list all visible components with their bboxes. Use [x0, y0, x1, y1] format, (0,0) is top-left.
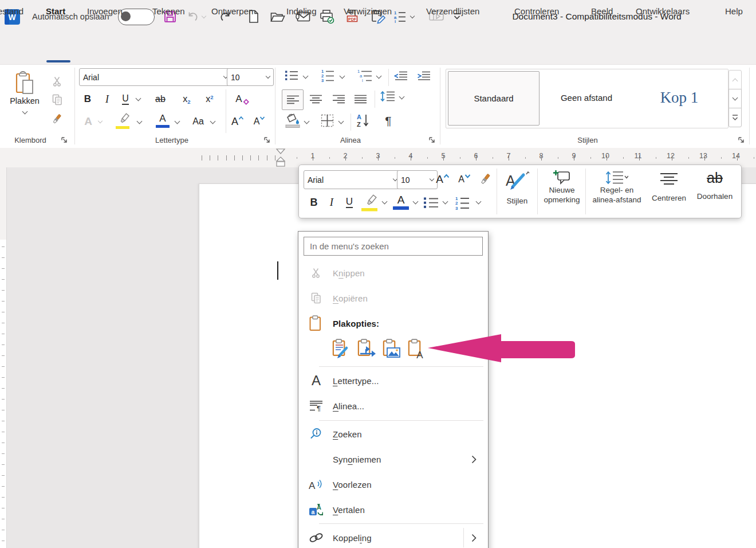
paste-option-keep-source-formatting[interactable] — [332, 338, 352, 361]
menu-item-voorlezen[interactable]: A Voorlezen — [301, 473, 485, 496]
mini-grow-font-button[interactable]: A — [433, 171, 452, 188]
paragraph-inner-separator — [375, 91, 375, 108]
menu-item-koppeling[interactable]: Koppeling — [301, 526, 485, 548]
menu-item-vertalen[interactable]: A a Vertalen — [301, 498, 485, 521]
indent-markers[interactable] — [275, 148, 286, 168]
style-standaard[interactable]: Standaard — [448, 71, 540, 126]
mini-font-color-swatch — [393, 206, 409, 210]
menu-item-synoniemen[interactable]: Synoniemen — [301, 448, 485, 471]
increase-indent-button[interactable] — [417, 71, 431, 80]
mini-italic-button[interactable]: I — [325, 193, 338, 212]
justify-button[interactable] — [351, 89, 370, 109]
numbering-button[interactable]: 123 — [321, 69, 334, 82]
tab-help[interactable]: Help — [725, 0, 743, 22]
annotation-arrow — [392, 330, 578, 365]
mini-line-spacing-button[interactable]: Regel- enalinea-afstand — [588, 167, 646, 216]
borders-button[interactable] — [321, 114, 334, 127]
superscript-button[interactable]: x2 — [200, 91, 219, 108]
paragraph-dialog-launcher[interactable] — [428, 136, 436, 144]
mini-center-button[interactable]: Centreren — [647, 167, 691, 216]
quick-print-icon[interactable] — [320, 10, 334, 24]
paste-dropdown-icon[interactable] — [22, 109, 27, 115]
mini-font-color-dropdown-icon[interactable] — [413, 199, 419, 205]
open-icon[interactable] — [270, 11, 285, 23]
mini-underline-button[interactable]: U — [341, 193, 357, 212]
menu-search-input[interactable] — [304, 237, 483, 256]
clipboard-dialog-launcher[interactable] — [61, 136, 68, 144]
tab-verzendlijsten[interactable]: Verzendlijsten — [426, 0, 479, 22]
decrease-indent-button[interactable] — [394, 71, 408, 80]
font-size-select[interactable]: 10 — [227, 68, 274, 86]
style-geen-afstand[interactable]: Geen afstand — [542, 71, 631, 124]
shading-button[interactable] — [285, 112, 301, 128]
tab-beeld[interactable]: Beeld — [591, 0, 613, 22]
align-left-button[interactable] — [282, 89, 304, 110]
font-name-select[interactable]: Arial — [79, 68, 231, 86]
mini-styles-button[interactable]: A Stijlen — [499, 167, 535, 216]
autosave-toggle[interactable] — [118, 9, 155, 25]
tab-ontwikkelaars[interactable]: Ontwikkelaars — [636, 0, 690, 22]
paste-button[interactable]: Plakken — [7, 68, 42, 133]
italic-button[interactable]: I — [101, 91, 113, 108]
show-paragraph-marks-button[interactable]: ¶ — [380, 113, 396, 129]
align-center-button[interactable] — [306, 89, 325, 109]
mini-bullets-dropdown-icon[interactable] — [443, 199, 448, 205]
tab-ontwerpen[interactable]: Ontwerpen — [211, 0, 253, 22]
tab-bestand[interactable]: Bestand — [0, 0, 23, 22]
ruler-number: 7 — [504, 152, 513, 160]
menu-item-lettertype[interactable]: A Lettertype... — [301, 369, 485, 392]
font-dialog-launcher[interactable] — [263, 136, 271, 144]
grow-font-button[interactable]: A — [228, 113, 247, 130]
format-painter-icon[interactable] — [49, 112, 64, 126]
align-right-button[interactable] — [329, 89, 348, 109]
bold-button[interactable]: B — [80, 91, 95, 108]
cut-icon — [50, 75, 64, 88]
undo-dropdown-icon[interactable] — [202, 13, 206, 18]
tab-controleren[interactable]: Controleren — [514, 0, 559, 22]
mini-font-color-button[interactable]: A — [392, 194, 410, 210]
ruler-margin-ticks — [202, 155, 279, 161]
mini-format-painter-icon[interactable] — [475, 171, 495, 188]
ruler-number: 12 — [666, 152, 675, 160]
multilevel-list-button[interactable]: 1ai — [357, 69, 372, 82]
bullets-button[interactable] — [285, 70, 298, 81]
highlight-button[interactable] — [115, 112, 133, 131]
tab-indeling[interactable]: Indeling — [286, 0, 317, 22]
mini-bullets-button[interactable] — [424, 197, 439, 209]
tab-verwijzingen[interactable]: Verwijzingen — [344, 0, 392, 22]
numbered-list-qat-dropdown-icon[interactable] — [410, 13, 415, 18]
mini-numbering-button[interactable]: 123 — [455, 195, 470, 210]
tab-tekenen[interactable]: Tekenen — [152, 0, 185, 22]
copy-icon — [50, 93, 64, 107]
mini-font-size-select[interactable]: 10 — [397, 170, 438, 189]
shrink-font-button[interactable]: A — [250, 113, 269, 130]
mini-tool bar-separator — [537, 169, 538, 214]
menu-item-zoeken[interactable]: Zoeken — [301, 422, 485, 445]
mini-highlight-dropdown-icon[interactable] — [382, 199, 388, 205]
line-spacing-button[interactable] — [380, 91, 395, 102]
styles-scroll-down[interactable] — [729, 89, 742, 108]
mini-new-comment-button[interactable]: Nieuweopmerking — [540, 167, 584, 216]
font-color-button[interactable]: A — [155, 113, 171, 131]
mini-shrink-font-button[interactable]: A — [455, 171, 474, 188]
styles-dialog-launcher[interactable] — [738, 136, 745, 144]
mini-strikethrough-button[interactable]: ab Doorhalen — [692, 167, 738, 216]
mini-bold-button[interactable]: B — [306, 193, 322, 212]
change-case-button[interactable]: Aa — [189, 113, 207, 130]
strikethrough-button[interactable]: ab — [150, 91, 171, 108]
mini-highlight-button[interactable] — [360, 193, 380, 212]
menu-item-alinea[interactable]: ¶ Alinea... — [301, 394, 485, 417]
tab-start[interactable]: Start — [46, 0, 65, 22]
numbered-list-qat-icon[interactable]: 1ai — [393, 10, 414, 23]
sort-button[interactable]: AZ — [356, 113, 370, 128]
undo-button[interactable] — [187, 10, 206, 23]
style-kop-1[interactable]: Kop 1 — [633, 71, 725, 124]
styles-gallery-more[interactable] — [729, 108, 742, 127]
underline-button[interactable]: U — [118, 91, 133, 108]
clear-formatting-button[interactable]: A — [231, 91, 253, 108]
subscript-button[interactable]: x2 — [178, 91, 196, 108]
mini-numbering-dropdown-icon[interactable] — [476, 199, 482, 205]
tab-invoegen[interactable]: Invoegen — [87, 0, 123, 22]
mini-font-name-select[interactable]: Arial — [304, 170, 401, 189]
paste-option-merge-formatting[interactable] — [357, 338, 377, 361]
